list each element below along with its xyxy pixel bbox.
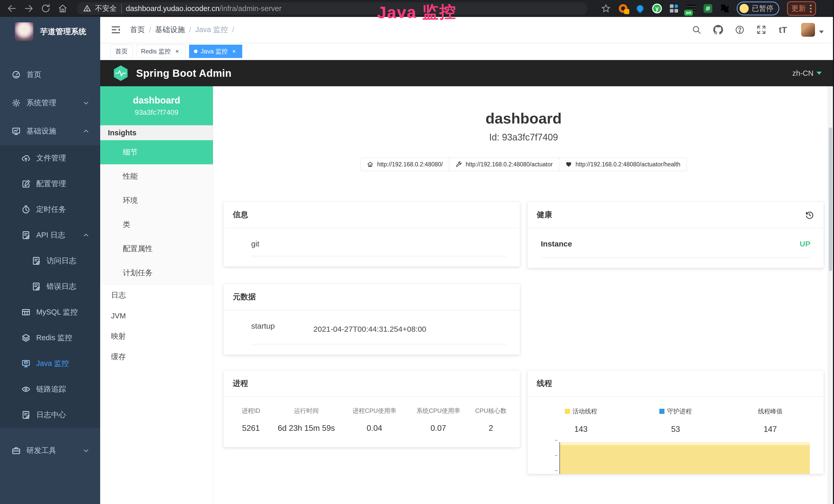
ext-leaf-icon[interactable] — [703, 3, 713, 14]
card-title: 元数据 — [233, 292, 256, 302]
active-dot — [194, 49, 198, 53]
health-card: 健康 Instance UP — [528, 202, 824, 268]
close-icon[interactable] — [174, 48, 180, 55]
sidebar-menu-item[interactable]: 配置管理 — [0, 171, 100, 197]
history-icon[interactable] — [805, 210, 814, 220]
ext-orange-icon[interactable] — [618, 3, 628, 14]
active-threads-area — [559, 442, 810, 474]
legend-swatch — [659, 409, 664, 414]
security-label[interactable]: 不安全 — [95, 4, 122, 13]
sba-sidebar-item[interactable]: 映射 — [100, 326, 213, 347]
sidebar-menu-item[interactable]: 定时任务 — [0, 197, 100, 222]
browser-back-icon[interactable] — [7, 3, 17, 14]
browser-home-icon[interactable] — [58, 3, 68, 14]
ext-pin-icon[interactable] — [635, 3, 645, 14]
browser-reload-icon[interactable] — [41, 3, 51, 14]
process-card: 进程 进程ID 5261 运行时间 6d 23h 15m 59s — [223, 370, 520, 447]
breadcrumb: 首页 / 基础设施 / Java 监控 / — [130, 25, 238, 35]
sba-sidebar-item[interactable]: JVM — [100, 305, 213, 326]
instance-link-button[interactable]: http://192.168.0.2:48080/actuator/health — [559, 158, 687, 171]
sba-sidebar-item[interactable]: 计划任务 — [100, 261, 213, 285]
browser-forward-icon[interactable] — [24, 3, 34, 14]
sidebar-menu-item[interactable]: 系统管理 — [0, 89, 100, 117]
ext-on-icon[interactable]: on — [686, 3, 696, 14]
sba-sidebar-item[interactable]: 性能 — [100, 164, 213, 188]
monitor-icon — [21, 359, 30, 368]
main-sidebar: 芋道管理系统 首页 系统管理 基础设施 文件管理 — [0, 17, 100, 504]
sba-brand[interactable]: Spring Boot Admin — [136, 68, 232, 79]
sba-locale-select[interactable]: zh-CN — [792, 69, 822, 77]
browser-update-button[interactable]: 更新 — [787, 1, 816, 16]
ext-puzzle-icon[interactable] — [720, 3, 730, 14]
breadcrumb-separator: / — [189, 26, 191, 34]
close-icon[interactable] — [231, 48, 237, 55]
sba-sidebar-item[interactable]: 环境 — [100, 188, 213, 212]
sidebar-menu-item[interactable]: 首页 — [0, 61, 100, 89]
paused-badge[interactable]: 已暂停 — [737, 2, 779, 16]
sidebar-menu-item[interactable]: API 日志 — [0, 222, 100, 248]
tabs-bar: 首页 Redis 监控 Java 监控 — [100, 43, 834, 60]
sba-section-label: Insights — [100, 125, 213, 140]
help-icon[interactable] — [735, 25, 745, 35]
log-icon — [31, 256, 41, 266]
bookmark-star-icon[interactable] — [601, 4, 611, 13]
hamburger-icon[interactable] — [110, 24, 121, 35]
threads-chart — [545, 443, 810, 474]
instance-link-button[interactable]: http://192.168.0.2:48080/ — [360, 158, 449, 171]
url-text[interactable]: dashboard.yudao.iocoder.cn/infra/admin-s… — [126, 4, 282, 13]
thread-stat: 活动线程 143 — [534, 407, 629, 434]
sidebar-menu-item[interactable]: 链路追踪 — [0, 376, 100, 402]
breadcrumb-item[interactable]: 基础设施 / — [155, 25, 195, 35]
github-icon[interactable] — [713, 25, 723, 35]
sidebar-menu-item[interactable]: MySQL 监控 — [0, 299, 100, 325]
chevron-up-icon — [83, 232, 89, 238]
scrollbar-thumb[interactable] — [829, 127, 832, 271]
sidebar-menu-item[interactable]: Redis 监控 — [0, 325, 100, 351]
card-title: 健康 — [537, 209, 552, 220]
threads-card: 线程 活动线程 143 守护进程 — [528, 370, 824, 474]
ext-y-icon[interactable]: y — [652, 3, 662, 14]
page-scrollbar[interactable] — [828, 86, 833, 504]
tab[interactable]: 首页 — [110, 45, 133, 58]
heart-icon — [565, 161, 572, 168]
tab[interactable]: Redis 监控 — [136, 45, 185, 58]
sba-sidebar-item[interactable]: 类 — [100, 212, 213, 237]
breadcrumb-item[interactable]: Java 监控 / — [195, 25, 238, 35]
user-avatar — [801, 23, 815, 37]
sidebar-menu-item[interactable]: 文件管理 — [0, 145, 100, 171]
sba-sidebar-item[interactable]: 配置属性 — [100, 237, 213, 261]
tab[interactable]: Java 监控 — [189, 45, 242, 58]
info-card: 信息 git — [223, 202, 520, 267]
chevron-down-icon — [816, 72, 822, 75]
sba-sidebar-item[interactable]: 日志 — [100, 285, 213, 305]
search-icon[interactable] — [692, 25, 701, 35]
breadcrumb-item[interactable]: 首页 / — [130, 25, 155, 35]
sidebar-menu-item[interactable]: 日志中心 — [0, 402, 100, 428]
instance-title: dashboard — [213, 109, 834, 128]
wrench-icon — [455, 161, 462, 168]
sidebar-menu-item[interactable]: 访问日志 — [0, 248, 100, 274]
ext-grid-icon[interactable] — [669, 3, 679, 14]
sba-sidebar-item[interactable]: 细节 — [100, 140, 213, 164]
sba-sidebar-item[interactable]: 缓存 — [100, 347, 213, 367]
fullscreen-icon[interactable] — [756, 25, 766, 35]
info-git-row: git — [251, 239, 506, 256]
address-bar[interactable]: 不安全 dashboard.yudao.iocoder.cn/infra/adm… — [76, 2, 588, 15]
user-menu[interactable] — [801, 23, 824, 37]
process-table-column: 进程ID 5261 — [229, 407, 272, 433]
instance-header[interactable]: dashboard 93a3fc7f7409 — [100, 86, 213, 125]
sidebar-menu-item[interactable]: 错误日志 — [0, 274, 100, 299]
process-table: 进程ID 5261 运行时间 6d 23h 15m 59s 进程CPU使用率 — [223, 397, 520, 447]
app-logo-row[interactable]: 芋道管理系统 — [0, 17, 100, 46]
window-edge — [833, 0, 834, 504]
instance-link-button[interactable]: http://192.168.0.2:48080/actuator — [449, 158, 559, 171]
browser-menu-icon[interactable] — [810, 5, 812, 13]
table-icon — [21, 307, 30, 317]
sidebar-menu-item[interactable]: 基础设施 — [0, 117, 100, 145]
metadata-card: 元数据 startup 2021-04-27T00:44:31.254+08:0… — [223, 284, 520, 354]
sidebar-menu-item[interactable]: Java 监控 — [0, 351, 100, 376]
sidebar-menu-item[interactable]: 研发工具 — [0, 436, 100, 465]
text-size-icon[interactable]: tT — [778, 25, 788, 35]
process-table-column: 运行时间 6d 23h 15m 59s — [272, 407, 340, 433]
spring-boot-admin-logo-icon[interactable] — [112, 65, 129, 82]
